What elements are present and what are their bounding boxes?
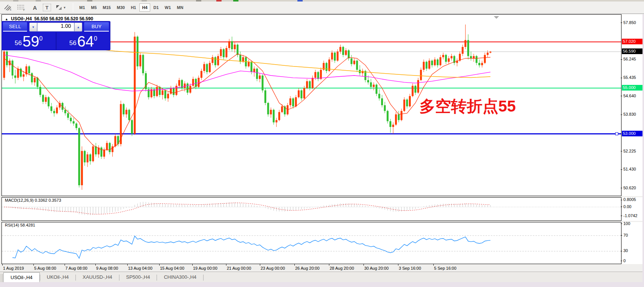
price-tick-dash (621, 151, 622, 151)
price-tick-label: 54.640 (623, 94, 636, 98)
date-tick (65, 264, 65, 266)
tab-timeframe-m5[interactable]: M5 (88, 3, 99, 12)
tab-divider (203, 275, 204, 281)
text-box-icon[interactable]: T (43, 4, 51, 11)
date-tick (260, 264, 260, 266)
window-edge-strip (642, 14, 644, 282)
status-strip (0, 282, 644, 287)
date-tick (294, 264, 295, 266)
text-label-icon[interactable]: A (29, 3, 41, 12)
price-tick-label: 56.245 (623, 57, 636, 62)
tab-timeframe-h1[interactable]: H1 (128, 3, 139, 12)
fibonacci-tools-icon[interactable]: F (16, 3, 27, 12)
tab-timeframe-mn[interactable]: MN (174, 3, 186, 12)
date-tick (363, 264, 364, 266)
date-label: 13 Aug 04:00 (128, 266, 152, 270)
sell-price-small: 56 (15, 39, 22, 47)
date-tick (329, 264, 329, 266)
buy-price-big: 64 (77, 35, 94, 48)
volume-increase-button[interactable]: ▲ (74, 23, 82, 32)
price-badge-53.000: 53.000 (622, 131, 642, 136)
macd-tick-label: 0.00 (623, 204, 631, 209)
rsi-tick-dash (621, 251, 622, 251)
date-label: 15 Aug 04:00 (160, 266, 184, 270)
tab-timeframe-w1[interactable]: W1 (162, 3, 174, 12)
one-click-trading-panel: SELL ▼ 1.00 ▲ BUY 56 59 0 56 64 0 (2, 21, 110, 50)
sell-price-big: 59 (23, 35, 39, 48)
price-tick-dash (621, 169, 622, 170)
price-tick-label: 51.430 (623, 167, 636, 172)
macd-tick-dash (621, 207, 622, 207)
tab-timeframe-m1[interactable]: M1 (77, 3, 87, 12)
date-tick (95, 264, 96, 266)
price-tick-label: 55.435 (623, 75, 636, 80)
buy-price-sup: 0 (94, 35, 97, 42)
rsi-label: RSI(14) 58.4281 (5, 223, 35, 227)
rsi-tick-label: 30 (623, 248, 628, 253)
arrow-tools-icon[interactable]: ▼ (53, 3, 68, 12)
chevron-down-icon: ▼ (63, 6, 66, 9)
price-tick-label: 52.225 (623, 149, 636, 154)
symbol-tab-xauusdh4[interactable]: XAUUSD-,H4 (76, 273, 119, 282)
trendline-tools-icon[interactable]: E (2, 3, 14, 12)
date-label: 26 Aug 20:00 (295, 266, 320, 270)
tab-timeframe-m30[interactable]: M30 (114, 3, 127, 12)
price-axis[interactable]: 57.85056.24555.43554.64053.83052.22551.4… (622, 14, 642, 196)
symbol-tab-usoilh4[interactable]: USOil-,H4 (3, 272, 40, 282)
sell-price-sup: 0 (39, 35, 43, 42)
symbol-tab-sp500h4[interactable]: SP500-,H4 (119, 273, 157, 282)
buy-button[interactable]: BUY (84, 22, 109, 32)
price-tick-label: 53.830 (623, 112, 636, 117)
date-tick (433, 264, 434, 266)
macd-axis[interactable]: 0.80050.00-1.0742 (622, 197, 642, 221)
macd-indicator-panel[interactable]: MACD(12,26,9) 0.3362 0.3573 (2, 197, 621, 221)
chart-title: ▲ USOil-,H4 56.550 56.620 56.520 56.590 (5, 16, 93, 21)
volume-decrease-button[interactable]: ▼ (29, 23, 37, 32)
rsi-indicator-panel[interactable]: RSI(14) 58.4281 (2, 222, 621, 264)
collapse-icon[interactable]: ▲ (5, 17, 8, 21)
tab-scroll-handle[interactable] (0, 274, 3, 282)
date-axis[interactable]: 1 Aug 20195 Aug 08:007 Aug 08:009 Aug 08… (2, 264, 621, 272)
buy-price-small: 56 (69, 39, 77, 47)
price-badge-55.000: 55.000 (622, 85, 642, 91)
mt4-window: E F A T ▼ M1 M5 M15 M30 H1 H4 D1 W1 MN 多… (0, 0, 644, 287)
symbol-tab-china300h4[interactable]: CHINA300-,H4 (157, 273, 203, 282)
volume-input[interactable]: 1.00 (37, 23, 74, 32)
chart-symbol-label: USOil-,H4 (11, 16, 32, 21)
sell-price[interactable]: 56 59 0 (2, 32, 56, 50)
tab-timeframe-m15[interactable]: M15 (100, 3, 113, 12)
tab-timeframe-h4[interactable]: H4 (139, 3, 150, 12)
sell-button[interactable]: SELL (3, 22, 27, 32)
buy-price[interactable]: 56 64 0 (57, 32, 110, 50)
price-tick-dash (621, 78, 622, 78)
price-tick-dash (621, 96, 622, 96)
chart-shift-marker-icon (494, 16, 499, 19)
price-badge-57.020: 57.020 (622, 39, 642, 44)
macd-tick-label: -1.0742 (623, 213, 637, 218)
macd-tick-label: 0.8005 (623, 197, 636, 202)
annotation-text: 多空转折点55 (419, 97, 516, 115)
date-tick (192, 264, 193, 266)
price-tick-label: 50.620 (623, 186, 636, 190)
level-line-handle (615, 133, 618, 135)
date-label: 5 Sep 16:00 (434, 266, 456, 270)
rsi-tick-dash (621, 224, 622, 224)
symbol-tabbar: USOil-,H4UKOil-,H4XAUUSD-,H4SP500-,H4CHI… (0, 272, 644, 282)
price-tick-label: 57.850 (623, 20, 636, 25)
date-label: 3 Sep 16:00 (399, 266, 421, 270)
symbol-tab-ukoilh4[interactable]: UKOil-,H4 (40, 273, 76, 282)
date-tick (127, 264, 128, 266)
date-label: 9 Aug 08:00 (96, 266, 118, 270)
tab-timeframe-d1[interactable]: D1 (151, 3, 161, 12)
date-label: 7 Aug 08:00 (65, 266, 87, 270)
date-label: 30 Aug 20:00 (364, 266, 389, 270)
date-tick (159, 264, 160, 266)
moving-average-line (4, 54, 490, 150)
svg-text:E: E (10, 8, 12, 11)
date-label: 21 Aug 00:00 (227, 266, 251, 270)
macd-tick-dash (621, 216, 622, 216)
chart-ohlc-values: 56.550 56.620 56.520 56.590 (34, 16, 93, 21)
rsi-axis[interactable]: 10070300 (622, 222, 642, 264)
rsi-tick-dash (621, 261, 622, 261)
price-badge-56.590: 56.590 (622, 48, 642, 54)
